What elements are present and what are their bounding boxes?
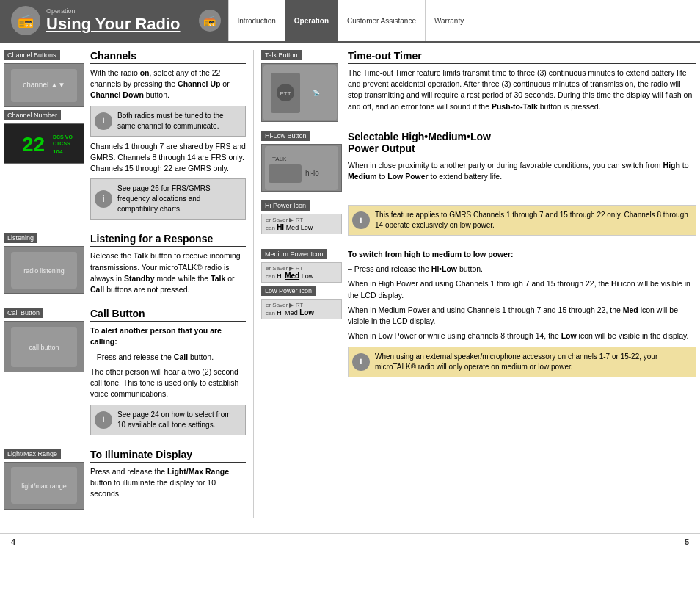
- listening-image: radio listening: [4, 246, 84, 294]
- medium-low-icon-label-col: Medium Power Icon er Saver ▶ RT can Hi M…: [261, 249, 342, 382]
- listening-section: Listening radio listening Listening for …: [4, 233, 246, 299]
- listening-content: Listening for a Response Release the Tal…: [90, 233, 246, 299]
- hi-power-info-box: i This feature applies to GMRS Channels …: [348, 205, 696, 236]
- channels-extra-text: Channels 1 through 7 are shared by FRS a…: [90, 141, 246, 175]
- nav-item-operation[interactable]: Operation: [285, 0, 338, 41]
- low-power-icon-display: er Saver ▶ RT can Hi Med Low: [261, 299, 342, 319]
- hi-power-icon-row: Hi Power Icon er Saver ▶ RT can Hi Med L…: [261, 200, 696, 240]
- light-max-range-image: light/max range: [4, 462, 84, 510]
- svg-text:radio listening: radio listening: [23, 267, 65, 275]
- call-button-info-box: i See page 24 on how to select from 10 a…: [90, 405, 246, 435]
- switch-instructions-section: Medium Power Icon er Saver ▶ RT can Hi M…: [261, 249, 696, 382]
- hi-low-button-svg: TALK hi-lo: [265, 146, 338, 190]
- call-button-row: Call Button call button Call Button To a…: [4, 308, 246, 439]
- header-logo-right-icon: 📻: [199, 10, 221, 32]
- main-content: Channel Buttons channel ▲▼ Channel Numbe…: [0, 43, 700, 526]
- right-column: Talk Button PTT 📡 Time-out Timer: [253, 50, 696, 518]
- timeout-timer-section: Talk Button PTT 📡 Time-out Timer: [261, 50, 696, 122]
- svg-text:📡: 📡: [313, 89, 320, 96]
- svg-text:DCS VO: DCS VO: [53, 134, 73, 140]
- talk-button-svg: PTT 📡: [263, 65, 337, 120]
- svg-rect-21: [269, 164, 302, 183]
- call-button-subtitle: To alert another person that you are cal…: [90, 325, 246, 347]
- talk-button-image: PTT 📡: [261, 63, 338, 122]
- timeout-timer-title: Time-out Timer: [348, 50, 696, 64]
- med-indicator: Med: [285, 272, 299, 280]
- info-icon-1: i: [95, 112, 112, 130]
- info-icon-4: i: [352, 211, 370, 229]
- listening-label: Listening: [4, 233, 37, 243]
- channel-number-label: Channel Number: [4, 110, 61, 120]
- channels-info-box: i Both radios must be tuned to the same …: [90, 106, 246, 137]
- hi-power-info-content: i This feature applies to GMRS Channels …: [348, 200, 696, 240]
- hi-low-button-label-col: Hi-Low Button TALK hi-lo: [261, 131, 342, 192]
- power-output-title: Selectable High•Medium•LowPower Output: [348, 131, 696, 156]
- channels-info-text: Both radios must be tuned to the same ch…: [117, 112, 224, 130]
- svg-text:PTT: PTT: [280, 90, 291, 97]
- power-output-row: Hi-Low Button TALK hi-lo Selectable High…: [261, 131, 696, 192]
- call-button-content: Call Button To alert another person that…: [90, 308, 246, 439]
- info-icon-2: i: [95, 190, 112, 208]
- light-max-range-svg: light/max range: [7, 463, 81, 507]
- hi-power-icon-label-col: Hi Power Icon er Saver ▶ RT can Hi Med L…: [261, 200, 342, 240]
- header-nav: Introduction Operation Customer Assistan…: [228, 0, 700, 41]
- light-max-range-content: To Illuminate Display Press and release …: [90, 449, 246, 510]
- call-button-svg: call button: [7, 323, 81, 371]
- light-max-range-text: Press and release the Light/Max Range bu…: [90, 466, 246, 500]
- timeout-timer-text: The Time-out Timer feature limits transm…: [348, 68, 696, 112]
- low-indicator: Low: [299, 308, 314, 316]
- power-output-content: Selectable High•Medium•LowPower Output W…: [348, 131, 696, 192]
- talk-button-label-col: Talk Button PTT 📡: [261, 50, 342, 122]
- power-output-section: Hi-Low Button TALK hi-lo Selectable High…: [261, 131, 696, 192]
- page-number-left: 4: [11, 538, 15, 546]
- info-icon-3: i: [95, 411, 112, 429]
- channel-buttons-image: channel ▲▼: [4, 63, 84, 107]
- nav-item-warranty[interactable]: Warranty: [426, 0, 473, 41]
- header-right: 📻 Introduction Operation Customer Assist…: [192, 0, 700, 41]
- power-output-text: When in close proximity to another party…: [348, 160, 696, 182]
- switch-instructions-content: To switch from high to medium to low pow…: [348, 249, 696, 382]
- channels-section: Channel Buttons channel ▲▼ Channel Numbe…: [4, 50, 246, 224]
- light-max-range-label-col: Light/Max Range light/max range: [4, 449, 84, 510]
- nav-item-customer-assistance[interactable]: Customer Assistance: [338, 0, 426, 41]
- header-logo-icon: 📻: [11, 6, 40, 35]
- listening-title: Listening for a Response: [90, 233, 246, 247]
- header-operation-label: Operation: [46, 7, 181, 15]
- svg-text:CTCSS: CTCSS: [53, 141, 70, 146]
- call-button-image: call button: [4, 321, 84, 372]
- channel-number-svg: 22 DCS VO CTCSS 104: [7, 126, 81, 162]
- svg-text:call button: call button: [29, 344, 59, 351]
- svg-text:channel ▲▼: channel ▲▼: [23, 81, 65, 89]
- channel-buttons-label-col: Channel Buttons channel ▲▼ Channel Numbe…: [4, 50, 84, 224]
- light-max-range-row: Light/Max Range light/max range To Illum…: [4, 449, 246, 510]
- switch-step1: – Press and release the Hi•Low button.: [348, 264, 696, 275]
- hi-power-icon-section: Hi Power Icon er Saver ▶ RT can Hi Med L…: [261, 200, 696, 240]
- switch-step4: When in Low Power or while using channel…: [348, 330, 696, 341]
- hi-indicator: Hi: [277, 223, 284, 231]
- call-button-title: Call Button: [90, 308, 246, 322]
- channels-info2-text: See page 26 for FRS/GMRS frequency alloc…: [117, 184, 211, 213]
- page-title: Using Your Radio: [46, 15, 181, 34]
- hi-low-button-image: TALK hi-lo: [261, 144, 342, 192]
- listening-svg: radio listening: [7, 248, 81, 292]
- hi-power-icon-label: Hi Power Icon: [261, 200, 310, 211]
- listening-label-col: Listening radio listening: [4, 233, 84, 299]
- svg-text:104: 104: [53, 148, 63, 155]
- hi-power-icon-display: er Saver ▶ RT can Hi Med Low: [261, 214, 342, 234]
- channels-title: Channels: [90, 50, 246, 64]
- light-max-range-title: To Illuminate Display: [90, 449, 246, 463]
- channels-row: Channel Buttons channel ▲▼ Channel Numbe…: [4, 50, 246, 224]
- medium-power-icon-label: Medium Power Icon: [261, 249, 327, 259]
- switch-step3: When in Medium Power and using Channels …: [348, 305, 696, 327]
- header-left: 📻 Operation Using Your Radio: [0, 0, 192, 41]
- channel-buttons-svg: channel ▲▼: [7, 65, 81, 106]
- footer: 4 5: [0, 533, 700, 550]
- call-button-section: Call Button call button Call Button To a…: [4, 308, 246, 439]
- svg-text:hi-lo: hi-lo: [305, 169, 319, 177]
- svg-text:TALK: TALK: [272, 156, 287, 162]
- low-power-icon-label: Low Power Icon: [261, 286, 316, 296]
- hi-low-button-label: Hi-Low Button: [261, 131, 310, 141]
- switch-instructions-row: Medium Power Icon er Saver ▶ RT can Hi M…: [261, 249, 696, 382]
- nav-item-introduction[interactable]: Introduction: [229, 0, 285, 41]
- info-icon-5: i: [352, 353, 370, 371]
